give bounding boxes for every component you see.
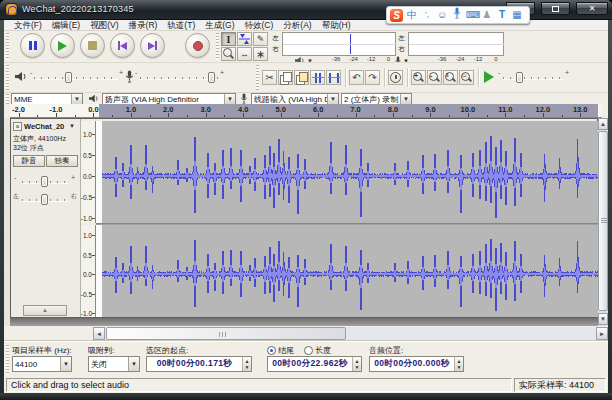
ruler-minor-tick xyxy=(524,115,525,117)
mute-button[interactable]: 静音 xyxy=(13,155,45,167)
fit-project-button[interactable]: ▭ xyxy=(459,70,474,85)
draw-tool-button[interactable]: ✎ xyxy=(253,32,268,46)
keyboard-icon[interactable]: ⌨ xyxy=(466,7,478,23)
envelope-tool-button[interactable] xyxy=(237,32,252,46)
punctuation-icon[interactable]: ’, xyxy=(421,7,433,23)
transport-toolbar-grip[interactable] xyxy=(6,33,9,60)
recording-meter[interactable] xyxy=(408,32,504,56)
ruler-major-tick xyxy=(93,113,94,117)
mixer-speaker-icon xyxy=(14,71,27,84)
waveform-right-channel[interactable] xyxy=(96,225,598,317)
vruler-tick xyxy=(92,197,95,198)
timeshift-tool-button[interactable]: ↔ xyxy=(237,47,252,61)
skip-to-start-button[interactable] xyxy=(110,33,135,58)
stop-button[interactable] xyxy=(80,33,105,58)
audio-position-field[interactable]: 00时00分00.000秒▲▼ xyxy=(369,356,464,372)
gain-thumb[interactable] xyxy=(41,176,48,187)
pan-right-label: 右 xyxy=(71,192,77,201)
vertical-scrollbar[interactable]: ▲ ▼ xyxy=(598,118,608,326)
track-close-button[interactable]: × xyxy=(13,122,22,131)
person-icon[interactable]: ♟ xyxy=(481,7,493,23)
menu-item-0[interactable]: 文件(F) xyxy=(9,20,47,31)
vruler-label: 0.5 xyxy=(83,152,92,159)
ruler-minor-tick xyxy=(487,115,488,117)
play-at-speed-button[interactable] xyxy=(484,71,494,83)
tools-toolbar-grip[interactable] xyxy=(216,33,219,60)
emoji-icon[interactable]: ☺ xyxy=(436,7,448,23)
playback-speed-thumb[interactable] xyxy=(516,72,523,83)
device-toolbar-grip[interactable] xyxy=(6,94,9,104)
scroll-down-button[interactable]: ▼ xyxy=(598,313,608,325)
scroll-right-button[interactable]: ► xyxy=(596,327,608,340)
maximize-button[interactable] xyxy=(541,2,570,15)
selection-toolbar-grip[interactable] xyxy=(6,345,9,375)
menu-item-2[interactable]: 视图(V) xyxy=(85,20,123,31)
edit-toolbar-grip[interactable] xyxy=(256,65,259,90)
scroll-up-button[interactable]: ▲ xyxy=(598,118,608,130)
waveform-left-channel[interactable] xyxy=(96,121,598,223)
horizontal-scrollbar[interactable]: ◄ ► xyxy=(93,327,608,340)
selection-tool-button[interactable]: I xyxy=(221,32,236,46)
timeshift-icon: ↔ xyxy=(240,49,249,59)
multi-tool-button[interactable]: ∗ xyxy=(253,47,268,61)
timeline-ruler[interactable]: -2.0-1.00.01.02.03.04.05.06.07.08.09.010… xyxy=(10,104,602,118)
skin-icon[interactable]: T xyxy=(496,7,508,23)
close-icon: ✕ xyxy=(589,4,596,13)
silence-audio-button[interactable] xyxy=(326,70,341,85)
pan-thumb[interactable] xyxy=(41,194,48,205)
mixer-toolbar-grip[interactable] xyxy=(6,65,9,90)
vertical-scroll-thumb[interactable] xyxy=(598,131,608,311)
input-volume-slider[interactable] xyxy=(140,77,218,80)
project-rate-combo[interactable]: 44100▼ xyxy=(12,356,72,372)
end-radio[interactable] xyxy=(267,346,276,355)
sogou-logo-icon[interactable]: S xyxy=(390,9,403,22)
input-mode-icon[interactable]: 中 xyxy=(406,7,418,23)
scroll-left-button[interactable]: ◄ xyxy=(93,327,105,340)
voice-input-icon[interactable] xyxy=(451,7,463,24)
track-menu-dropdown[interactable]: ▼ xyxy=(69,123,75,129)
menu-item-4[interactable]: 轨道(T) xyxy=(162,20,200,31)
track-collapse-button[interactable]: ▲ xyxy=(23,305,67,316)
selection-end-field[interactable]: 00时00分22.962秒▲▼ xyxy=(267,356,362,372)
close-button[interactable]: ✕ xyxy=(576,2,608,15)
playback-speed-slider[interactable] xyxy=(503,77,563,80)
output-volume-slider[interactable] xyxy=(34,77,118,80)
zoom-in-button[interactable]: + xyxy=(411,70,426,85)
selection-start-field[interactable]: 00时00分00.171秒▲▼ xyxy=(146,356,252,372)
vertical-ruler-left-channel[interactable]: 1.00.50.0-0.5-1.0 xyxy=(81,121,96,223)
track-control-panel[interactable]: × WeChat_20 ▼ 立体声, 44100Hz 32位 浮点 静音 独奏 … xyxy=(11,119,81,317)
menu-item-7[interactable]: 分析(A) xyxy=(278,20,316,31)
playback-meter[interactable] xyxy=(282,32,396,56)
trim-audio-button[interactable] xyxy=(310,70,325,85)
fit-selection-button[interactable]: ‖ xyxy=(443,70,458,85)
ime-toolbar[interactable]: S 中 ’, ☺ ⌨ ♟ T ▦ xyxy=(386,6,530,24)
solo-button[interactable]: 独奏 xyxy=(46,155,78,167)
redo-button[interactable]: ↷ xyxy=(365,70,380,85)
vertical-ruler-right-channel[interactable]: 1.00.50.0-0.5-1.0 xyxy=(81,225,96,317)
menu-item-6[interactable]: 特效(C) xyxy=(240,20,279,31)
menu-item-8[interactable]: 帮助(H) xyxy=(317,20,356,31)
menu-item-3[interactable]: 播录(R) xyxy=(124,20,163,31)
input-volume-thumb[interactable] xyxy=(208,72,215,83)
cut-button[interactable]: ✂ xyxy=(262,70,277,85)
paste-button[interactable] xyxy=(294,70,309,85)
zoom-tool-button[interactable] xyxy=(221,47,236,61)
track-title: WeChat_20 xyxy=(24,122,64,131)
zoom-out-button[interactable]: - xyxy=(427,70,442,85)
copy-button[interactable] xyxy=(278,70,293,85)
sync-lock-button[interactable] xyxy=(388,70,403,85)
pause-button[interactable] xyxy=(20,33,45,58)
actual-rate-value: 44100 xyxy=(569,380,594,390)
length-radio[interactable] xyxy=(304,346,313,355)
snap-to-combo[interactable]: 关闭▼ xyxy=(88,356,140,372)
menu-item-1[interactable]: 编辑(E) xyxy=(47,20,85,31)
audio-position-label: 音频位置: xyxy=(369,345,403,356)
output-volume-thumb[interactable] xyxy=(65,72,72,83)
horizontal-scroll-thumb[interactable] xyxy=(106,327,346,340)
undo-button[interactable]: ↶ xyxy=(349,70,364,85)
menu-item-5[interactable]: 生成(G) xyxy=(200,20,239,31)
skip-to-end-button[interactable] xyxy=(140,33,165,58)
play-button[interactable] xyxy=(50,33,75,58)
toolbox-icon[interactable]: ▦ xyxy=(511,7,523,23)
record-button[interactable] xyxy=(185,33,210,58)
